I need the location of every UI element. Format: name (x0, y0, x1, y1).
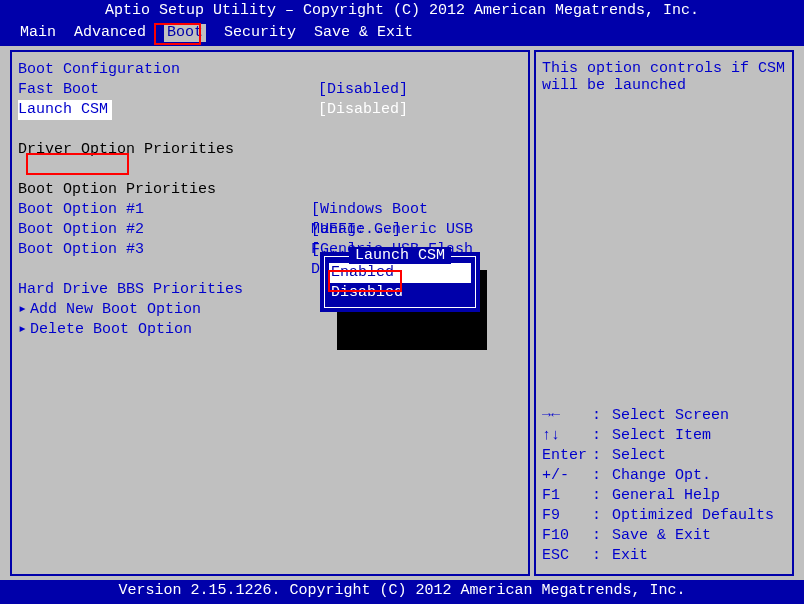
popup-option-enabled[interactable]: Enabled (329, 263, 471, 283)
help-label: Select (612, 446, 666, 466)
menu-boot[interactable]: Boot (164, 24, 206, 42)
bios-screen: Aptio Setup Utility – Copyright (C) 2012… (0, 0, 804, 604)
help-key-enter: Enter (542, 446, 592, 466)
menu-security[interactable]: Security (224, 24, 296, 42)
bo1-value: [Windows Boot Manage...] (311, 200, 522, 220)
menu-advanced[interactable]: Advanced (74, 24, 146, 42)
popup-title: Launch CSM (349, 247, 451, 264)
section-boot-opt: Boot Option Priorities (18, 180, 318, 200)
menu-save-exit[interactable]: Save & Exit (314, 24, 413, 42)
menu-main[interactable]: Main (20, 24, 56, 42)
section-driver-opt: Driver Option Priorities (18, 140, 318, 160)
help-key-arrows-ud: ↑↓ (542, 426, 592, 446)
bo3-label: Boot Option #3 (18, 240, 311, 260)
row-boot-option-1[interactable]: Boot Option #1 [Windows Boot Manage...] (18, 200, 522, 220)
help-label: Select Screen (612, 406, 729, 426)
popup-launch-csm: Launch CSM Enabled Disabled (320, 252, 480, 312)
bo1-label: Boot Option #1 (18, 200, 311, 220)
row-fast-boot[interactable]: Fast Boot [Disabled] (18, 80, 522, 100)
hd-bbs-label: Hard Drive BBS Priorities (18, 280, 318, 300)
help-label: Select Item (612, 426, 711, 446)
arrow-icon: ▸ (18, 300, 30, 320)
help-key-f9: F9 (542, 506, 592, 526)
footer: Version 2.15.1226. Copyright (C) 2012 Am… (0, 580, 804, 604)
help-label: Change Opt. (612, 466, 711, 486)
popup-option-disabled[interactable]: Disabled (329, 283, 471, 303)
help-label: Save & Exit (612, 526, 711, 546)
section-boot-config: Boot Configuration (18, 60, 318, 80)
help-key-arrows-lr: →← (542, 406, 592, 426)
help-desc-1: This option controls if CSM (542, 60, 786, 77)
bo2-value: [UEFI: Generic USB F...] (311, 220, 522, 240)
help-label: General Help (612, 486, 720, 506)
help-label: Optimized Defaults (612, 506, 774, 526)
help-key-plusminus: +/- (542, 466, 592, 486)
help-desc-2: will be launched (542, 77, 786, 94)
help-key-f1: F1 (542, 486, 592, 506)
fast-boot-label: Fast Boot (18, 80, 318, 100)
right-pane: This option controls if CSM will be laun… (534, 50, 794, 576)
add-boot-label: Add New Boot Option (30, 300, 201, 320)
help-label: Exit (612, 546, 648, 566)
help-keys: →←:Select Screen ↑↓:Select Item Enter:Se… (542, 406, 786, 566)
delete-boot-label: Delete Boot Option (30, 320, 192, 340)
header-title: Aptio Setup Utility – Copyright (C) 2012… (0, 0, 804, 22)
bo2-label: Boot Option #2 (18, 220, 311, 240)
arrow-icon: ▸ (18, 320, 30, 340)
help-key-f10: F10 (542, 526, 592, 546)
launch-csm-label: Launch CSM (18, 100, 112, 120)
row-launch-csm[interactable]: Launch CSM [Disabled] (18, 100, 522, 120)
help-key-esc: ESC (542, 546, 592, 566)
menu-bar: Main Advanced Boot Security Save & Exit (0, 22, 804, 46)
fast-boot-value: [Disabled] (318, 80, 408, 100)
launch-csm-value: [Disabled] (318, 100, 408, 120)
row-boot-option-2[interactable]: Boot Option #2 [UEFI: Generic USB F...] (18, 220, 522, 240)
